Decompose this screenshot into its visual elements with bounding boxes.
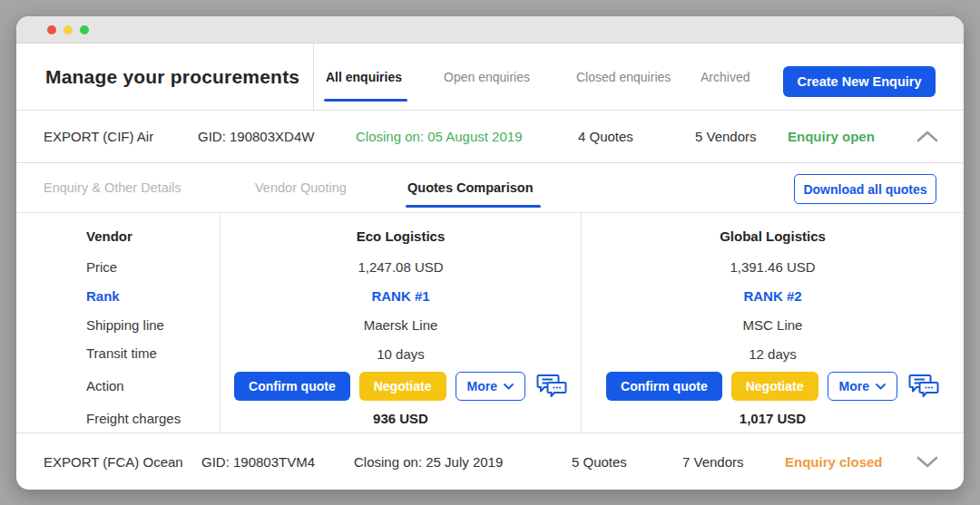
- vendor-name: Global Logistics: [582, 220, 964, 253]
- enquiry-row-closed: EXPORT (FCA) Ocean GID: 190803TVM4 Closi…: [16, 433, 964, 490]
- vendor-actions: Confirm quote Negotiate More: [582, 368, 964, 404]
- vendor-price: 1,391.46 USD: [582, 253, 964, 282]
- enquiry-row-open: EXPORT (CIF) Air GID: 190803XD4W Closing…: [16, 111, 964, 163]
- enquiry-status-badge: Enquiry open: [788, 111, 875, 162]
- enquiry-vendors-count: 5 Vendors: [695, 111, 757, 162]
- label-shipping-line: Shipping line: [16, 310, 220, 339]
- more-label: More: [467, 379, 497, 393]
- page-title: Manage your procurements: [45, 44, 299, 110]
- tab-quotes-comparison[interactable]: Quotes Comparison: [407, 163, 534, 212]
- header-divider: [313, 44, 314, 110]
- window-titlebar: [16, 16, 964, 44]
- vendor-transit-time: 10 days: [220, 339, 581, 368]
- vendor-freight-charges: 1,017 USD: [582, 404, 964, 432]
- enquiry-status-badge: Enquiry closed: [785, 433, 883, 490]
- tab-all-enquiries[interactable]: All enquiries: [326, 44, 402, 110]
- enquiry-vendors-count: 7 Vendors: [682, 433, 744, 490]
- enquiry-type: EXPORT (FCA) Ocean: [44, 433, 183, 490]
- chat-messages-icon[interactable]: [536, 374, 567, 399]
- window-minimize-button[interactable]: [64, 25, 73, 34]
- enquiry-closing-date: Closing on: 25 July 2019: [354, 433, 503, 490]
- vendor-name: Eco Logistics: [220, 220, 581, 253]
- more-actions-button[interactable]: More: [828, 372, 897, 401]
- enquiry-gid: GID: 190803TVM4: [201, 433, 315, 490]
- vendor-shipping-line: Maersk Line: [220, 311, 581, 340]
- vendor-column-global-logistics: Global Logistics 1,391.46 USD RANK #2 MS…: [582, 213, 964, 432]
- chevron-down-icon: [504, 384, 514, 390]
- tab-archived[interactable]: Archived: [701, 44, 750, 110]
- confirm-quote-button[interactable]: Confirm quote: [606, 372, 722, 401]
- create-new-enquiry-button[interactable]: Create New Enquiry: [783, 66, 936, 97]
- tab-open-enquiries[interactable]: Open enquiries: [444, 44, 530, 110]
- confirm-quote-button[interactable]: Confirm quote: [234, 372, 350, 401]
- label-rank[interactable]: Rank: [16, 281, 220, 310]
- quotes-comparison-table: Vendor Price Rank Shipping line Transit …: [16, 213, 964, 433]
- download-all-quotes-button[interactable]: Download all quotes: [794, 174, 936, 204]
- tab-closed-enquiries[interactable]: Closed enquiries: [576, 44, 671, 110]
- more-actions-button[interactable]: More: [456, 372, 525, 401]
- comparison-label-column: Vendor Price Rank Shipping line Transit …: [16, 213, 220, 432]
- more-label: More: [839, 379, 869, 393]
- tab-vendor-quoting[interactable]: Vendor Quoting: [255, 163, 347, 212]
- vendor-price: 1,247.08 USD: [220, 253, 581, 282]
- vendor-rank: RANK #1: [220, 282, 581, 311]
- window-close-button[interactable]: [47, 25, 56, 34]
- vendor-column-eco-logistics: Eco Logistics 1,247.08 USD RANK #1 Maers…: [220, 213, 582, 432]
- label-vendor: Vendor: [16, 220, 220, 253]
- vendor-shipping-line: MSC Line: [582, 311, 964, 340]
- enquiry-type: EXPORT (CIF) Air: [44, 111, 153, 162]
- vendor-rank: RANK #2: [582, 282, 964, 311]
- enquiry-detail-tabs: Enquiry & Other Details Vendor Quoting Q…: [16, 163, 964, 213]
- window-zoom-button[interactable]: [80, 25, 89, 34]
- app-window: Manage your procurements All enquiries O…: [16, 16, 964, 490]
- vendor-transit-time: 12 days: [582, 339, 964, 368]
- label-action: Action: [16, 368, 220, 404]
- enquiry-closing-date: Closing on: 05 August 2019: [356, 111, 522, 162]
- negotiate-button[interactable]: Negotiate: [731, 372, 818, 401]
- app-header: Manage your procurements All enquiries O…: [16, 44, 964, 111]
- chevron-up-icon[interactable]: [916, 111, 938, 162]
- chevron-down-icon[interactable]: [916, 433, 938, 490]
- negotiate-button[interactable]: Negotiate: [359, 372, 446, 401]
- enquiry-quotes-count: 5 Quotes: [572, 433, 627, 490]
- vendor-freight-charges: 936 USD: [220, 404, 581, 432]
- enquiry-quotes-count: 4 Quotes: [578, 111, 633, 162]
- label-transit-time: Transit time: [16, 339, 220, 368]
- enquiry-gid: GID: 190803XD4W: [198, 111, 314, 162]
- vendor-actions: Confirm quote Negotiate More: [220, 368, 581, 404]
- tab-enquiry-other-details[interactable]: Enquiry & Other Details: [44, 163, 181, 212]
- chevron-down-icon: [876, 384, 886, 390]
- label-freight-charges: Freight charges: [16, 403, 220, 432]
- label-price: Price: [16, 253, 220, 282]
- chat-messages-icon[interactable]: [908, 374, 939, 399]
